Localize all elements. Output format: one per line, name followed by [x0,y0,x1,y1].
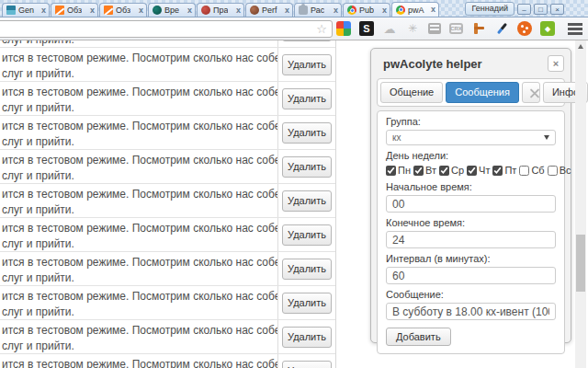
tab-label: Пра [213,6,228,15]
panel-tab[interactable]: Общение [380,82,443,103]
row-line2: слуг и прийти. [2,236,277,251]
browser-titlebar: Gen x Обз x Обз x Вре [0,0,588,17]
row-line2: слуг и прийти. [2,168,277,183]
maximize-button[interactable]: □ [534,4,548,15]
tab-close-icon[interactable]: x [187,6,192,15]
weekday-checkbox[interactable] [386,166,396,176]
delete-button[interactable]: Удалить [282,40,332,41]
row-button-cell: Удалить [278,354,335,368]
pwacolyte-panel: pwAcolyte helper × Общение Сообщения Инф… [370,48,571,343]
address-bar[interactable]: ☆ [0,20,333,38]
pinwheel-extension-icon[interactable] [336,21,351,36]
group-select[interactable]: кх [386,130,556,145]
weekday-checkboxes: Пн Вт Ср Чт Пт Сб Вс [386,164,556,177]
tab-close-icon[interactable]: x [431,6,435,14]
interval-label: Интервал (в минутах): [386,254,556,264]
menu-icon[interactable] [568,23,582,36]
disabled-cloud-extension-icon[interactable] [382,21,397,36]
weekday-checkbox[interactable] [548,166,558,176]
browser-tab[interactable]: Обз x [51,3,98,17]
s-letter-extension-icon[interactable] [359,21,374,36]
tab-close-icon[interactable]: x [236,6,241,15]
row-button-cell: Удалить [278,150,335,183]
weekday-checkbox[interactable] [439,166,449,176]
end-time-input[interactable] [386,231,556,248]
interval-input[interactable] [386,267,556,284]
delete-button[interactable]: Удалить [282,54,332,75]
tab-label: Pub [359,6,374,15]
extension-row [336,21,555,36]
browser-tab[interactable]: Обз x [99,3,147,17]
server-extension-icon[interactable] [428,23,441,34]
tab-close-icon[interactable]: x [334,6,338,15]
weekday-option[interactable]: Ср [439,165,464,176]
browser-tab[interactable]: Perf x [245,3,293,17]
weekday-checkbox[interactable] [413,166,424,176]
row-button-cell: Удалить [278,40,335,47]
row-line2: слуг и прийти. [2,305,277,319]
weekday-option[interactable]: Пт [492,165,516,176]
delete-button[interactable]: Удалить [282,327,332,348]
delete-button[interactable]: Удалить [282,361,332,368]
weekday-option[interactable]: Чт [467,165,490,176]
weekday-option[interactable]: Пн [386,165,411,176]
panel-tab[interactable] [522,82,540,103]
hammer-extension-icon[interactable] [471,21,486,36]
panel-header: pwAcolyte helper × [371,49,571,76]
row-line1: ится в тестовом режиме. Посмотрим скольк… [2,85,277,100]
panel-tab[interactable]: Сообщения [446,82,519,103]
panel-tab-label: Общение [390,86,434,98]
crx-extension-icon[interactable] [449,23,463,34]
weekday-label: День недели: [386,151,556,161]
row-line2: слуг и прийти. [2,202,277,217]
close-button[interactable]: × [550,4,564,15]
message-input[interactable] [386,303,556,320]
delete-button[interactable]: Удалить [282,190,332,212]
delete-button[interactable]: Удалить [282,224,332,246]
panel-tabs: Общение Сообщения Инфо [377,78,565,107]
cookie-extension-icon[interactable] [517,21,532,36]
tab-close-icon[interactable]: x [41,6,46,15]
weekday-option[interactable]: Вт [413,165,436,176]
delete-button[interactable]: Удалить [282,156,332,178]
eyedropper-extension-icon[interactable] [494,21,509,36]
weekday-option[interactable]: Сб [519,165,544,176]
tab-close-icon[interactable]: x [285,6,289,15]
row-button-cell: Удалить [278,320,335,353]
message-label: Сообщение: [386,290,556,300]
puzzle-favicon [299,6,308,15]
browser-tab[interactable]: Пра x [197,3,244,17]
row-line1: ится в тестовом режиме. Посмотрим скольк… [2,289,277,305]
delete-button[interactable]: Удалить [282,293,332,314]
bookmark-star-icon[interactable]: ☆ [316,22,327,37]
tab-close-icon[interactable]: x [382,6,387,15]
start-time-input[interactable] [386,195,556,213]
browser-tab[interactable]: Pub x [343,3,390,17]
browser-tab[interactable]: Вре x [148,3,196,17]
add-button[interactable]: Добавить [386,328,451,346]
weekday-option-label: Вт [425,165,436,176]
browser-tab[interactable]: pwA x [391,2,439,17]
scrollbar-thumb[interactable] [576,235,585,292]
panel-close-icon[interactable]: × [548,55,564,72]
delete-button[interactable]: Удалить [282,88,332,109]
disabled-bug-extension-icon[interactable] [405,21,420,36]
weekday-checkbox[interactable] [492,166,503,176]
clock-teal-favicon [153,6,162,15]
weekday-checkbox[interactable] [519,166,529,176]
delete-button[interactable]: Удалить [282,122,332,144]
browser-tab[interactable]: Gen x [2,3,50,17]
weekday-option-label: Чт [479,165,490,176]
scroll-up-icon[interactable] [578,44,583,49]
tab-close-icon[interactable]: x [139,6,143,15]
scrollbar[interactable] [575,40,586,368]
minimize-button[interactable]: – [517,4,531,15]
profile-badge[interactable]: Геннадий [465,2,514,16]
green-diamond-extension-icon[interactable] [540,21,555,36]
weekday-checkbox[interactable] [467,166,477,176]
browser-tab[interactable]: Рас x [294,3,342,17]
delete-button[interactable]: Удалить [282,259,332,280]
row-button-cell: Удалить [278,184,335,217]
tab-close-icon[interactable]: x [90,6,95,15]
weekday-option[interactable]: Вс [548,165,571,176]
